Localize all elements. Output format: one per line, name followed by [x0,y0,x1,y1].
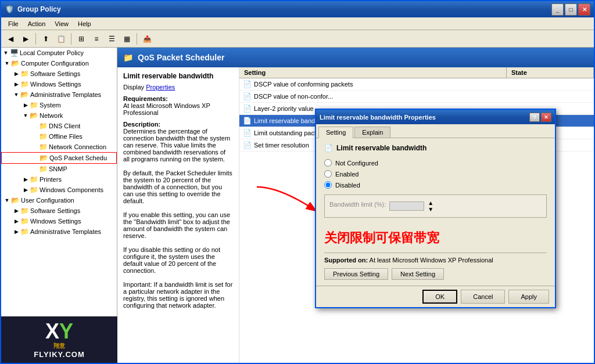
description-row: Description: Determines the percentage o… [123,121,233,309]
prev-setting-button[interactable]: Previous Setting [324,268,388,280]
setting-icon-4: 📄 [242,116,252,125]
radio-not-configured-input[interactable] [324,159,332,167]
tree-printers[interactable]: ▶ 📁 Printers [1,174,117,185]
dialog-close-button[interactable]: ✕ [541,113,551,122]
root-expand[interactable]: ▼ [2,49,9,56]
list-item[interactable]: 📄 DSCP value of conforming packets [239,78,594,91]
toolbar-separator-1 [35,33,36,45]
dns-expand[interactable] [31,122,38,129]
qos-header-title: QoS Packet Scheduler [138,53,224,62]
folder-icon-offline: 📁 [38,132,48,141]
detail-button[interactable]: ▦ [120,33,134,45]
next-setting-button[interactable]: Next Setting [392,268,444,280]
tree-user-at[interactable]: ▶ 📁 Administrative Templates [1,226,117,237]
tree-user-sw[interactable]: ▶ 📁 Software Settings [1,206,117,216]
back-button[interactable]: ◀ [3,33,17,45]
user-ws-label: Windows Settings [29,218,81,225]
list-item[interactable]: 📄 DSCP value of non-confor... [239,91,594,103]
qos-header-icon: 📁 [123,53,133,62]
radio-enabled: Enabled [324,170,547,178]
tree-root[interactable]: ▼ 🖥️ Local Computer Policy [1,48,117,58]
desc-title: Limit reservable bandwidth [123,72,233,80]
large-icons-button[interactable]: ⊞ [74,33,88,45]
ok-button[interactable]: OK [422,290,457,304]
dialog-title-bar: Limit reservable bandwidth Properties ? … [316,110,555,124]
snmp-expand[interactable] [31,165,38,172]
printers-label: Printers [38,176,62,183]
setting-icon-5: 📄 [242,128,252,138]
tree-computer-config[interactable]: ▼ 📂 Computer Configuration [1,58,117,69]
req-label: Requirements: [123,95,168,102]
dialog-help-button[interactable]: ? [529,113,540,122]
radio-not-configured: Not Configured [324,159,547,167]
up-button[interactable]: ⬆ [39,33,53,45]
tree-user-ws[interactable]: ▶ 📁 Windows Settings [1,216,117,226]
tree-admin-templates[interactable]: ▼ 📂 Administrative Templates [1,89,117,100]
close-button[interactable]: ✕ [578,3,590,16]
bandwidth-input[interactable] [389,201,424,211]
nc-expand[interactable] [31,143,38,150]
watermark: XY 翔意 FLYIKY.COM [1,316,117,363]
uat-expand[interactable]: ▶ [13,228,20,235]
supported-on: Supported on: At least Microsoft Windows… [324,253,547,264]
qos-label: QoS Packet Schedu [48,154,107,161]
radio-disabled-input[interactable] [324,181,332,189]
folder-icon-wc: 📁 [29,185,38,194]
minimize-button[interactable]: _ [551,3,564,16]
list-button[interactable]: ☰ [105,33,119,45]
cancel-button[interactable]: Cancel [461,290,505,304]
folder-icon-uws: 📁 [20,217,29,226]
offline-files-label: Offline Files [48,133,83,140]
folder-icon-cc: 📂 [10,59,20,68]
maximize-button[interactable]: □ [565,3,577,16]
tree-qos[interactable]: 📂 QoS Packet Schedu [1,152,117,164]
forward-button[interactable]: ▶ [19,33,33,45]
tree-win-components[interactable]: ▶ 📁 Windows Components [1,185,117,195]
small-icons-button[interactable]: ≡ [89,33,103,45]
menu-view[interactable]: View [50,19,73,28]
properties-link[interactable]: Properties [146,84,175,91]
folder-icon-qos: 📂 [39,153,48,163]
tree-user-config[interactable]: ▼ 📂 User Configuration [1,195,117,206]
tree-network-connection[interactable]: 📁 Network Connection [1,142,117,152]
desc-label: Description: [123,121,160,128]
export-button[interactable]: 📤 [140,33,154,45]
bandwidth-box: Bandwidth limit (%): ▲▼ [324,194,547,218]
network-connection-label: Network Connection [48,143,106,150]
tree-win-settings-1[interactable]: ▶ 📁 Windows Settings [1,79,117,89]
menu-help[interactable]: Help [73,19,96,28]
ws1-expand[interactable]: ▶ [13,81,20,88]
user-sw-label: Software Settings [29,207,80,214]
tree-network[interactable]: ▼ 📂 Network [1,110,117,121]
toolbar-separator-2 [71,33,71,45]
net-expand[interactable]: ▼ [22,112,29,119]
dns-client-label: DNS Client [48,122,80,129]
comp-config-expand[interactable]: ▼ [3,60,10,67]
tab-explain[interactable]: Explain [354,127,390,138]
qos-expand[interactable] [32,154,39,161]
menu-action[interactable]: Action [23,19,51,28]
wc-expand[interactable]: ▶ [22,186,29,193]
tree-panel: ▼ 🖥️ Local Computer Policy ▼ 📂 Computer … [1,48,117,363]
title-bar-buttons: _ □ ✕ [551,3,590,16]
show-hide-button[interactable]: 📋 [54,33,68,45]
tree-offline-files[interactable]: 📁 Offline Files [1,131,117,142]
tree-snmp[interactable]: 📁 SNMP [1,164,117,174]
apply-button[interactable]: Apply [508,290,549,304]
sys-expand[interactable]: ▶ [22,102,29,109]
uc-expand[interactable]: ▼ [3,197,10,204]
tab-setting[interactable]: Setting [318,127,353,138]
offline-expand[interactable] [31,133,38,140]
sw1-expand[interactable]: ▶ [13,70,20,77]
menu-file[interactable]: File [3,19,23,28]
usw-expand[interactable]: ▶ [13,207,20,214]
radio-enabled-input[interactable] [324,170,332,178]
tree-system[interactable]: ▶ 📁 System [1,100,117,110]
system-label: System [38,102,61,109]
snmp-label: SNMP [48,165,67,172]
tree-dns-client[interactable]: 📁 DNS Client [1,121,117,131]
print-expand[interactable]: ▶ [22,176,29,183]
tree-sw-settings-1[interactable]: ▶ 📁 Software Settings [1,69,117,79]
uws-expand[interactable]: ▶ [13,218,20,225]
at-expand[interactable]: ▼ [13,91,20,98]
